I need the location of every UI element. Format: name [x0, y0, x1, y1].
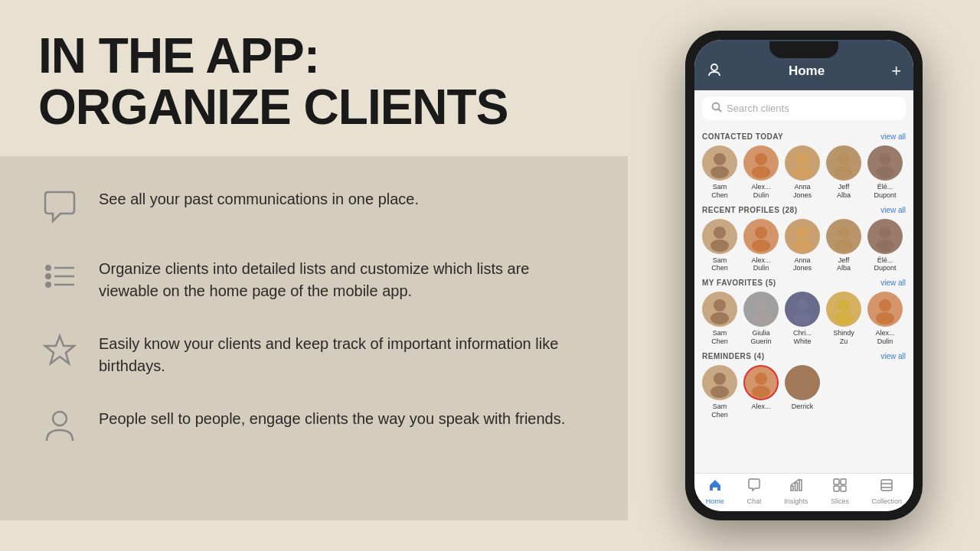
- svg-rect-52: [834, 486, 839, 491]
- avatar-alex-dulin-2[interactable]: Alex...Dulin: [743, 219, 779, 273]
- list-icon: [38, 255, 80, 297]
- svg-rect-49: [799, 480, 802, 491]
- svg-point-37: [838, 299, 850, 311]
- favorites-view-all[interactable]: view all: [880, 279, 906, 287]
- tab-insights[interactable]: Insights: [784, 478, 808, 505]
- svg-point-39: [879, 299, 891, 311]
- tab-home[interactable]: Home: [706, 478, 724, 505]
- features-section: See all your past communications in one …: [0, 156, 628, 520]
- avatar-image: [785, 292, 820, 327]
- svg-point-0: [46, 266, 51, 270]
- svg-point-29: [879, 227, 891, 239]
- avatar-chris-white[interactable]: Chri...White: [785, 292, 820, 346]
- avatar-sam-chen-3[interactable]: SamChen: [702, 292, 737, 346]
- search-input[interactable]: Search clients: [727, 103, 789, 114]
- avatar-jeff-alba-2[interactable]: JeffAlba: [826, 219, 861, 273]
- svg-point-11: [714, 153, 726, 165]
- phone-notch: [769, 41, 838, 58]
- avatar-anna-jones-1[interactable]: AnnaJones: [785, 145, 820, 200]
- avatar-jeff-alba-1[interactable]: JeffAlba: [826, 145, 861, 200]
- svg-point-26: [793, 240, 812, 252]
- tab-chat-label: Chat: [747, 497, 762, 505]
- avatar-name: JeffAlba: [837, 183, 851, 200]
- svg-point-40: [876, 312, 894, 324]
- avatar-alex-reminder[interactable]: Alex...: [743, 365, 779, 419]
- avatar-anna-jones-2[interactable]: AnnaJones: [785, 219, 820, 273]
- tab-collection[interactable]: Collection: [872, 478, 903, 505]
- avatar-name: SamChen: [711, 403, 728, 419]
- avatar-sam-chen-2[interactable]: SamChen: [702, 219, 737, 273]
- svg-rect-47: [791, 486, 793, 491]
- avatar-alex-dulin-1[interactable]: Alex...Dulin: [743, 145, 779, 200]
- avatar-name: SamChen: [711, 256, 728, 273]
- svg-point-19: [879, 153, 891, 165]
- svg-point-16: [793, 166, 812, 178]
- avatar-eleo-dupont-1[interactable]: Élé...Dupont: [867, 145, 903, 200]
- tab-collection-label: Collection: [872, 497, 903, 505]
- svg-rect-48: [795, 483, 797, 491]
- tab-insights-label: Insights: [784, 497, 808, 505]
- avatar-image: [702, 219, 737, 254]
- avatar-derrick[interactable]: Derrick: [785, 365, 820, 419]
- header-profile-icon[interactable]: [707, 62, 722, 81]
- person-icon: [38, 405, 80, 447]
- feature-item-1: See all your past communications in one …: [38, 171, 590, 241]
- svg-point-21: [714, 227, 726, 239]
- svg-point-46: [793, 386, 812, 398]
- avatar-name: ShindyZu: [833, 329, 854, 346]
- add-button[interactable]: +: [891, 61, 901, 81]
- svg-point-28: [835, 240, 853, 252]
- section-contacted-title: CONTACTED TODAY: [702, 132, 783, 141]
- contacted-view-all[interactable]: view all: [880, 132, 906, 141]
- avatar-image: [867, 219, 903, 254]
- avatar-name: Alex...Dulin: [875, 329, 894, 346]
- avatar-name: GiuliaGuerin: [750, 329, 771, 346]
- tab-slices[interactable]: Slices: [831, 478, 849, 505]
- phone-screen: Home + Search clients CONTACTED TODAY: [694, 40, 913, 511]
- svg-marker-6: [45, 336, 74, 364]
- svg-point-33: [755, 299, 767, 311]
- app-scroll-content: CONTACTED TODAY view all SamChen: [694, 126, 913, 473]
- svg-point-23: [755, 227, 767, 239]
- search-bar[interactable]: Search clients: [702, 96, 906, 120]
- reminders-row: SamChen Alex... Derrick: [702, 365, 906, 419]
- avatar-image: [785, 145, 820, 181]
- svg-point-43: [755, 373, 767, 385]
- section-favorites-title: MY FAVORITES (5): [702, 279, 776, 287]
- avatar-giulia-guerin[interactable]: GiuliaGuerin: [743, 292, 779, 346]
- avatar-image: [867, 145, 903, 181]
- phone: Home + Search clients CONTACTED TODAY: [685, 31, 923, 520]
- svg-point-34: [752, 312, 770, 324]
- svg-point-12: [710, 166, 729, 178]
- svg-point-17: [838, 153, 850, 165]
- svg-point-9: [713, 103, 720, 110]
- avatar-name: SamChen: [711, 329, 728, 346]
- svg-line-10: [719, 109, 722, 112]
- avatar-eleo-dupont-2[interactable]: Élé...Dupont: [867, 219, 903, 273]
- avatar-sam-chen-1[interactable]: SamChen: [702, 145, 737, 200]
- avatar-name: JeffAlba: [837, 256, 851, 273]
- svg-point-22: [710, 240, 729, 252]
- svg-point-36: [793, 312, 812, 324]
- svg-rect-50: [834, 479, 839, 484]
- avatar-sam-chen-4[interactable]: SamChen: [702, 365, 737, 419]
- avatar-image: [867, 292, 903, 327]
- home-icon: [708, 478, 722, 496]
- avatar-alex-dulin-3[interactable]: Alex...Dulin: [867, 292, 903, 346]
- avatar-name: Alex...: [751, 403, 770, 411]
- avatar-name: Alex...Dulin: [751, 256, 770, 273]
- feature-item-4: People sell to people, engage clients th…: [38, 391, 590, 461]
- avatar-shindy-zu[interactable]: ShindyZu: [826, 292, 861, 346]
- reminders-view-all[interactable]: view all: [880, 352, 906, 360]
- tab-home-label: Home: [706, 497, 724, 505]
- svg-point-18: [835, 166, 853, 178]
- svg-point-7: [53, 412, 67, 425]
- svg-point-25: [796, 227, 808, 239]
- recent-view-all[interactable]: view all: [880, 206, 906, 214]
- section-contacted-today-header: CONTACTED TODAY view all: [702, 132, 906, 141]
- svg-rect-53: [841, 486, 846, 491]
- tab-chat[interactable]: Chat: [747, 478, 762, 505]
- favorites-row: SamChen GiuliaGuerin Chri...White: [702, 292, 906, 346]
- chat-bubble-icon: [38, 185, 80, 227]
- svg-point-35: [796, 299, 808, 311]
